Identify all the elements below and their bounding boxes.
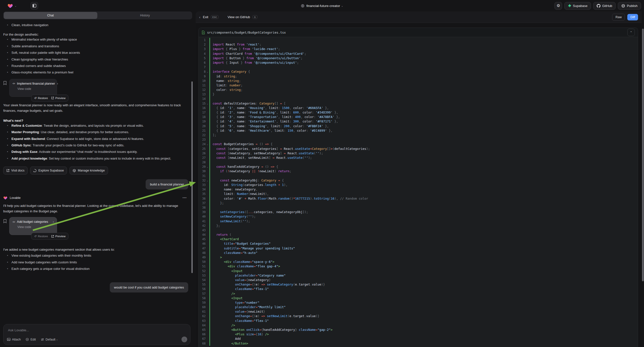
project-switcher[interactable]: financial-future-creator ⌄ [301,0,343,12]
tab-chat[interactable]: Chat [4,12,97,19]
line-number: 53 [199,273,206,278]
github-button[interactable]: GitHub [593,2,616,10]
line-number: 40 [199,214,206,219]
fold-gutter [206,251,209,255]
list-item: Glass-morphic elements for a premium fee… [3,69,188,76]
code-line: 42 }; [199,224,638,228]
code-line: 65 <Button onClick={handleAddCategory} c… [199,328,638,332]
fold-chevron-icon[interactable]: ⌄ [206,142,209,146]
raw-toggle-button[interactable]: Raw [612,14,625,21]
fold-gutter [206,314,209,318]
fold-gutter [206,310,209,314]
line-number: 46 [199,242,206,246]
view-code-link[interactable]: View code [18,225,54,229]
panel-left-icon[interactable] [30,2,38,10]
window-scrollbar-thumb[interactable] [642,29,644,281]
chat-message-list[interactable]: Clean, intuitive navigation For the desi… [0,20,194,323]
restore-button[interactable]: ↺Restore [34,235,48,238]
view-on-github-button[interactable]: View on GitHub [228,15,250,19]
message-options-icon[interactable]: ••• [182,196,187,200]
file-header[interactable]: src/components/budget/BudgetCategories.t… [199,28,638,37]
fold-gutter [206,128,209,133]
code-text: placeholder="Monthly limit" [209,305,286,310]
bookmark-icon[interactable] [3,81,7,85]
chat-history-tabs: Chat History [3,12,192,20]
line-number: 3 [199,47,206,51]
code-text: className="flex-1" [209,318,269,323]
version-card-add-budget-categories[interactable]: <> Add budget categories › View code [9,217,57,235]
code-line: 28 [199,160,638,164]
code-line: 51 <div className="flex gap-4"> [199,264,638,268]
fold-gutter [206,92,209,96]
code-text: <Input [209,296,242,300]
chat-panel: Chat History Clean, intuitive navigation… [0,12,194,347]
code-line: 35 limit: Number(newLimit), [199,192,638,196]
code-view-toolbar: ‹ Exit ESC View on GitHub G Raw Diff [196,12,642,23]
manage-knowledge-button[interactable]: Manage knowledge [70,166,108,174]
edit-button[interactable]: Edit [26,338,36,341]
fold-gutter [206,336,209,341]
bookmark-icon[interactable] [3,219,7,223]
diff-toggle-button[interactable]: Diff [627,14,638,20]
list-item: Clean typography with clear hierarchies [3,56,188,63]
preview-button[interactable]: Preview [51,96,66,100]
gear-icon: ⚙ [556,4,560,8]
tab-history[interactable]: History [98,12,192,19]
preview-button[interactable]: Preview [51,235,66,238]
list-item: Add project knowledge: Set key context o… [3,155,188,162]
chat-scrollbar-thumb[interactable] [192,82,193,273]
back-chevron-icon[interactable]: ‹ [199,15,200,19]
code-lines[interactable]: 12import React from 'react';3import { Pl… [199,37,638,346]
fold-chevron-icon[interactable]: ⌄ [206,164,209,169]
code-line: 16 { id: '1', name: 'Housing', limit: 15… [199,106,638,110]
user-message-chip: would be cool if you could add budget ca… [110,282,188,292]
fold-gutter [206,296,209,300]
publish-button[interactable]: Publish [618,2,641,10]
code-line: 6import { Input } from '@/components/ui/… [199,60,638,65]
collapse-file-button[interactable]: ⌃ [627,29,635,36]
fold-gutter [206,282,209,287]
lovable-app-window: ⌄ financial-future-creator ⌄ ⚙ Supabase [0,0,644,347]
exit-button[interactable]: Exit [203,15,208,19]
code-text: <Button onClick={handleAddCategory} clas… [209,328,332,332]
code-text: { id: '6', name: 'Healthcare', limit: 15… [209,128,332,133]
view-code-link[interactable]: View code [18,87,54,90]
send-button[interactable]: ↑ [182,336,187,342]
esc-key-badge: ESC [211,15,219,19]
chevron-up-icon: ⌃ [630,31,632,34]
supabase-button[interactable]: Supabase [564,2,591,10]
fold-chevron-icon[interactable]: ⌄ [206,101,209,106]
fold-gutter [206,260,209,264]
lovable-heart-icon[interactable] [8,3,13,8]
mode-select[interactable]: Default ⌄ [41,338,58,341]
line-number: 60 [199,305,206,310]
settings-button[interactable]: ⚙ [554,2,562,10]
chat-input-box[interactable]: Ask Lovable... Attach Edit Default ⌄ ↑ [3,324,190,345]
code-line: 34 name: newCategory, [199,187,638,192]
restore-button[interactable]: ↺Restore [34,96,48,100]
code-text: onChange={(e) => setNewLimit(e.target.va… [209,314,320,318]
code-line: 40 setNewCategory(''); [199,214,638,219]
code-text: <div className="flex gap-4"> [209,264,280,268]
line-number: 59 [199,300,206,305]
chevron-down-icon[interactable]: ⌄ [14,4,17,8]
visit-docs-button[interactable]: Visit docs [3,166,28,174]
line-number: 47 [199,246,206,251]
fold-chevron-icon[interactable]: ⌄ [206,178,209,183]
code-text: <div className="space-y-6"> [209,260,274,264]
supabase-label: Supabase [573,4,588,8]
user-message-chip: build a financial planner [146,179,188,190]
external-link-icon [51,235,54,238]
fold-chevron-icon[interactable]: ⌄ [206,70,209,74]
code-region: src/components/budget/BudgetCategories.t… [196,23,642,347]
fold-gutter [206,160,209,164]
line-number: 62 [199,314,206,318]
line-number: 15 [199,101,206,106]
attach-button[interactable]: Attach [7,338,21,341]
line-number: 13 [199,92,206,96]
version-card-implement-financial-planner[interactable]: <> Implement financial planner › View co… [9,79,57,97]
explore-supabase-button[interactable]: Explore Supabase [30,166,67,174]
code-line: 55 onChange={(e) => setNewCategory(e.tar… [199,282,638,287]
fold-gutter [206,232,209,237]
code-text: placeholder="Category name" [209,273,286,278]
